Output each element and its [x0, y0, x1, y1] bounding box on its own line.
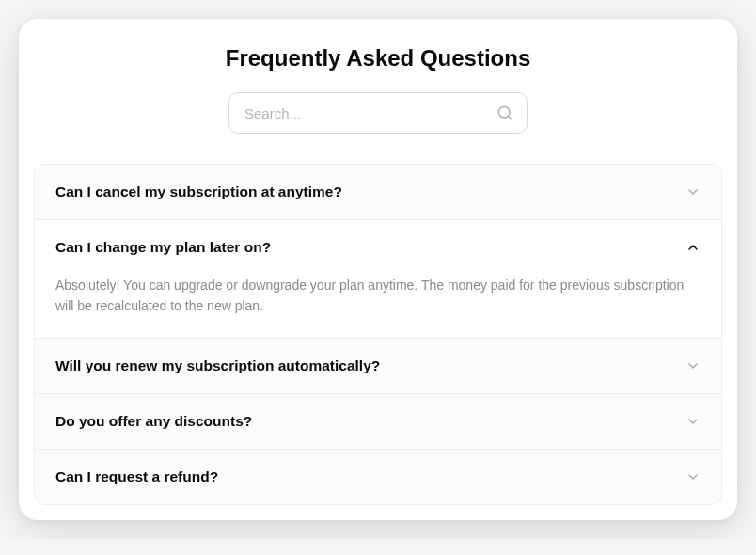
chevron-down-icon — [685, 414, 701, 429]
faq-item-header[interactable]: Do you offer any discounts? — [35, 394, 721, 449]
chevron-down-icon — [685, 358, 701, 373]
faq-item: Can I change my plan later on?Absolutely… — [35, 220, 721, 339]
faq-item: Can I request a refund? — [35, 450, 721, 504]
search-box — [228, 92, 528, 134]
faq-question: Can I cancel my subscription at anytime? — [55, 183, 342, 200]
search-container — [19, 92, 737, 134]
page-title: Frequently Asked Questions — [19, 45, 737, 71]
faq-question: Can I request a refund? — [55, 468, 218, 485]
faq-item: Can I cancel my subscription at anytime? — [35, 165, 721, 220]
faq-question: Do you offer any discounts? — [55, 413, 252, 430]
faq-item-header[interactable]: Can I change my plan later on? — [35, 220, 721, 275]
chevron-down-icon — [685, 184, 701, 199]
faq-item: Do you offer any discounts? — [35, 394, 721, 450]
faq-question: Will you renew my subscription automatic… — [55, 357, 380, 374]
search-input[interactable] — [228, 92, 528, 134]
faq-item-header[interactable]: Will you renew my subscription automatic… — [35, 339, 721, 393]
chevron-down-icon — [685, 469, 701, 484]
faq-list: Can I cancel my subscription at anytime?… — [34, 164, 722, 505]
faq-item-header[interactable]: Can I request a refund? — [35, 450, 721, 504]
faq-card: Frequently Asked Questions Can I cancel … — [19, 19, 737, 520]
faq-question: Can I change my plan later on? — [55, 239, 271, 256]
faq-item-header[interactable]: Can I cancel my subscription at anytime? — [35, 165, 721, 219]
faq-item: Will you renew my subscription automatic… — [35, 339, 721, 394]
chevron-up-icon — [685, 240, 701, 255]
faq-answer: Absolutely! You can upgrade or downgrade… — [35, 275, 721, 338]
